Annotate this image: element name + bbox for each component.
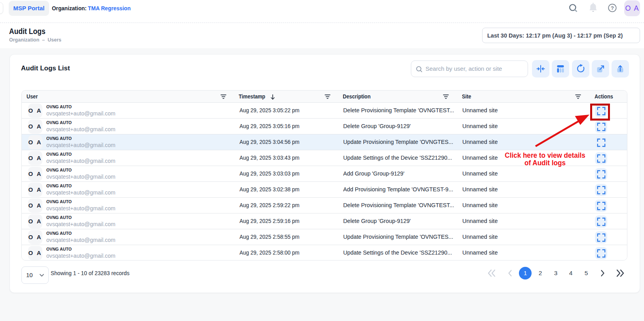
svg-text:?: ?	[611, 5, 614, 11]
